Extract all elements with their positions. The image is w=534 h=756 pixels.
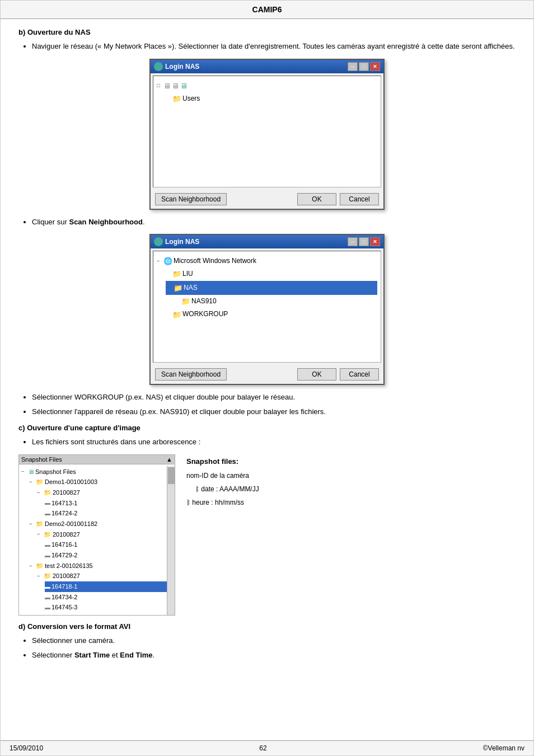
legend-line3-value: hh/mm/ss [215,499,244,506]
legend-line1: nom-ID de la caméra [186,469,259,482]
dialog1-window-controls: ─ □ ✕ [348,62,380,71]
folder-icon-users: 📁 [172,92,181,105]
tree-item-root: □ 🖥 🖥 🖥 [157,79,377,92]
dialog1-container: Login NAS ─ □ ✕ □ 🖥 🖥 🖥 [18,59,516,210]
snap-demo1: − 📁 Demo1-001001003 [29,477,172,487]
snap-icon-test2-file3: ▬ [45,603,50,612]
pc-icon: 🖥 [163,79,171,92]
snap-label-test2-file2: 164734-2 [51,592,78,603]
section-b-list: Naviguer le réseau (« My Network Places … [32,41,516,52]
dialog2-cancel-btn[interactable]: Cancel [340,368,379,381]
snap-test2-file1-selected: ▬ 164718-1 [45,581,172,592]
dialog1-window: Login NAS ─ □ ✕ □ 🖥 🖥 🖥 [149,59,385,210]
section-b-list2: Cliquer sur Scan Neighbourhood. [32,217,516,228]
header-title: CAMIP6 [252,5,282,14]
snap-label-demo2: Demo2-001001182 [45,519,97,529]
dialog1-title-left: Login NAS [154,62,199,71]
dialog2-scan-btn[interactable]: Scan Neighborhood [155,368,227,381]
tree-item-users: 📁 Users [166,92,377,105]
tree-item-workgroup: 📁 WORKGROUP [166,308,377,321]
section-c-bullet1: Les fichiers sont structurés dans une ar… [32,436,516,448]
snap-icon-test2-file1: ▬ [45,582,50,591]
page-header: CAMIP6 [1,1,533,19]
snap-test2: − 📁 test 2-001026135 [29,561,172,571]
snapshot-tree-header: Snapshot Files ▲ [19,455,175,464]
legend-line2-prefix: ᛔ date : [195,485,219,493]
snap-label-test2-file1: 164718-1 [51,581,78,592]
dialog2-titlebar: Login NAS ─ □ ✕ [151,235,383,248]
snap-demo1-date: − 📁 20100827 [37,487,172,498]
dialog1-cancel-btn[interactable]: Cancel [340,193,379,205]
snap-label-demo2-date: 20100827 [53,529,80,540]
dialog1-ok-btn[interactable]: OK [297,193,336,205]
snapshot-tree-header-label: Snapshot Files [21,456,62,463]
snap-label-test2: test 2-001026135 [45,561,93,571]
scroll-up-icon: ▲ [166,456,172,463]
snap-demo2: − 📁 Demo2-001001182 [29,519,172,529]
snap-icon-test2-date: 📁 [44,571,51,581]
snap-demo2-file2: ▬ 164729-2 [45,550,172,561]
snap-label-demo2-file2: 164729-2 [51,550,78,561]
snap-demo2-date: − 📁 20100827 [37,529,172,540]
snap-icon-file1: ▬ [45,498,50,508]
section-c-heading: c) Ouverture d'une capture d'image [18,424,516,432]
snap-label-demo1: Demo1-001001003 [45,477,97,487]
footer-copyright: ©Velleman nv [483,744,524,752]
tree-label-users: Users [182,93,200,105]
snap-demo1-file1: ▬ 164713-1 [45,498,172,509]
page-wrapper: CAMIP6 b) Ouverture du NAS Naviguer le r… [0,0,534,756]
legend-line3: ᛔ heure : hh/mm/ss [186,496,259,509]
snap-expand-demo2-date: − [37,529,43,539]
snap-label-test2-file3: 164745-3 [51,602,78,613]
section-b-bullet3: Sélectionner WORKGROUP (p.ex. NAS) et cl… [32,392,516,403]
content-area: b) Ouverture du NAS Naviguer le réseau (… [1,19,533,740]
snap-label-file2: 164724-2 [51,508,78,519]
pc-icon2: 🖥 [172,79,179,92]
dialog1-app-icon [154,62,163,71]
legend-title: Snapshot files: [186,454,259,469]
section-b-bullet2: Cliquer sur Scan Neighbourhood. [32,217,516,228]
snap-label-demo1-date: 20100827 [53,487,80,498]
legend-line2: ᛔ date : AAAA/MM/JJ [195,482,259,496]
dialog2-minimize-btn[interactable]: ─ [348,237,358,246]
tree-item-nas: − 📁 NAS [166,281,377,295]
folder-icon-nas: 📁 [174,281,182,294]
expand-nas: − [167,283,172,293]
tree-item-nas910: 📁 NAS910 [175,295,377,308]
section-d-heading: d) Conversion vers le format AVI [18,622,516,631]
snap-expand-demo2: − [29,519,35,529]
dialog2-maximize-btn[interactable]: □ [359,237,369,246]
tree-item-liu: 📁 LIU [166,267,377,280]
scan-neighbourhood-bold: Scan Neighbourhood [69,218,142,226]
dialog2-close-btn[interactable]: ✕ [370,237,380,246]
section-b-bullet4: Sélectionner l'appareil de réseau (p.ex.… [32,406,516,417]
dialog1-scan-btn[interactable]: Scan Neighborhood [155,193,227,205]
snap-label-root: Snapshot Files [35,467,76,477]
dialog2-ok-btn[interactable]: OK [297,368,336,381]
folder-icon-nas910: 📁 [181,295,190,308]
network-icon-msnet: 🌐 [163,255,172,267]
snap-expand-demo1-date: − [37,488,43,497]
snap-label-demo2-file1: 164716-1 [51,539,78,550]
section-d-list: Sélectionner une caméra. Sélectionner St… [32,635,516,660]
dialog1-maximize-btn[interactable]: □ [359,62,369,71]
snap-root: − 🖥 Snapshot Files [21,467,172,477]
tree-label-workgroup: WORKGROUP [182,308,228,321]
dialog1-close-btn[interactable]: ✕ [370,62,380,71]
snap-icon-test2-file2: ▬ [45,593,50,602]
snap-demo2-file1: ▬ 164716-1 [45,539,172,550]
snap-label-test2-date: 20100827 [53,571,80,581]
legend-title-text: Snapshot files: [186,457,238,466]
section-b-heading: b) Ouverture du NAS [18,28,516,36]
snap-icon-demo2-file2: ▬ [45,551,50,560]
dialog2-footer: Scan Neighborhood OK Cancel [151,365,383,384]
snap-expand-root: − [21,467,27,476]
dialog1-footer: Scan Neighborhood OK Cancel [151,190,383,209]
snap-expand-test2-date: − [37,571,43,581]
snap-demo1-file2: ▬ 164724-2 [45,508,172,519]
snap-test2-file2: ▬ 164734-2 [45,592,172,603]
dialog1-minimize-btn[interactable]: ─ [348,62,358,71]
pc-icon3: 🖥 [180,79,188,92]
dialog2-title-left: Login NAS [154,237,199,246]
dialog2-window-controls: ─ □ ✕ [348,237,380,246]
